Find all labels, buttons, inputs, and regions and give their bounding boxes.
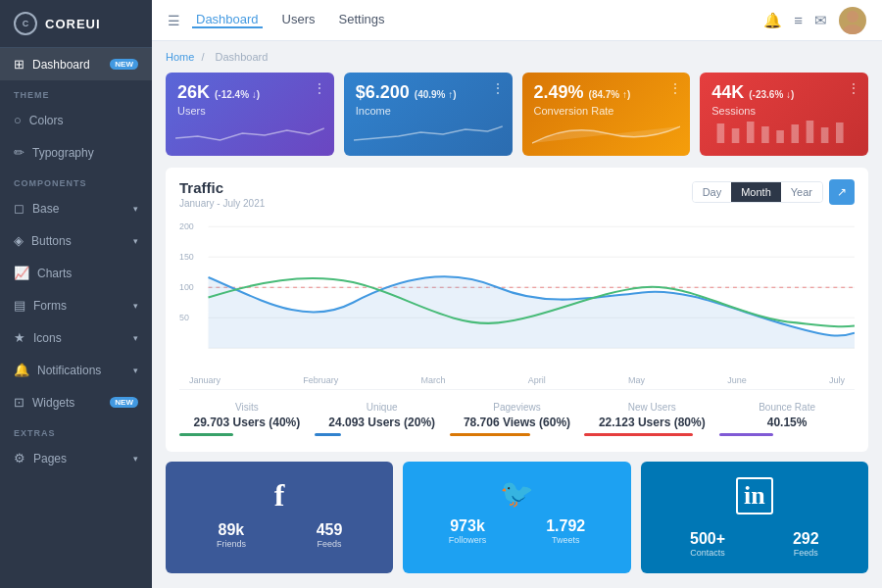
chart-x-labels: January February March April May June Ju… [179,373,855,385]
tw-followers-value: 973k [449,517,487,535]
chevron-down-icon: ▾ [133,236,138,246]
card-menu-icon[interactable]: ⋮ [668,80,682,96]
main-content: ☰ Dashboard Users Settings 🔔 ≡ ✉ Home / … [152,0,882,588]
svg-text:50: 50 [179,313,189,322]
sidebar-item-pages[interactable]: ⚙ Pages ▾ [0,442,152,474]
widgets-icon: ⊡ [14,395,24,410]
sidebar-item-base[interactable]: ◻ Base ▾ [0,192,152,224]
tw-tweets-value: 1.792 [546,517,585,535]
tw-followers-label: Followers [449,535,487,545]
sidebar-logo: C COREUI [0,0,152,48]
sidebar-item-notifications[interactable]: 🔔 Notifications ▾ [0,354,152,386]
x-label-apr: April [528,375,546,385]
dashboard-icon: ⊞ [14,57,24,72]
stats-newusers-label: New Users [584,402,719,413]
svg-rect-7 [792,124,800,143]
stat-card-sessions: ⋮ 44K (-23.6% ↓) Sessions [700,73,868,156]
linkedin-stats: 500+ Contacts 292 Feeds [657,530,853,558]
svg-rect-4 [747,122,755,143]
card-menu-icon[interactable]: ⋮ [847,80,860,96]
sidebar-item-forms[interactable]: ▤ Forms ▾ [0,289,152,321]
svg-text:100: 100 [179,282,194,292]
extras-section-label: EXTRAS [0,418,152,442]
stat-conversion-change: (84.7% ↑) [589,89,631,100]
theme-section-label: THEME [0,80,152,104]
avatar[interactable] [839,7,866,34]
svg-rect-10 [836,122,844,143]
svg-rect-5 [761,126,769,143]
chevron-down-icon: ▾ [133,301,138,311]
stats-row: Visits 29.703 Users (40%) Unique 24.093 … [179,389,855,440]
stats-unique: Unique 24.093 Users (20%) [315,398,450,440]
stats-visits-value: 29.703 Users (40%) [179,416,315,429]
card-menu-icon[interactable]: ⋮ [313,80,326,96]
stat-sessions-label: Sessions [711,105,857,117]
stats-pageviews-bar [450,433,531,436]
logo-text: COREUI [45,17,101,31]
sidebar-item-typography[interactable]: ✏ Typography [0,136,152,169]
chevron-down-icon: ▾ [133,366,138,375]
chevron-down-icon: ▾ [133,204,138,214]
linkedin-icon: in [736,477,773,514]
svg-rect-3 [732,128,740,143]
mini-chart-sessions [710,119,858,148]
sidebar-item-colors[interactable]: ○ Colors [0,104,152,136]
breadcrumb-home[interactable]: Home [166,51,194,63]
facebook-stats: 89k Friends 459 Feeds [181,521,377,549]
time-range-group: Day Month Year [692,181,823,203]
li-feeds-label: Feeds [793,548,819,558]
forms-icon: ▤ [14,298,25,313]
sidebar-item-dashboard[interactable]: ⊞ Dashboard NEW [0,48,152,80]
stat-sessions-value: 44K (-23.6% ↓) [711,82,857,103]
widgets-badge: NEW [110,397,138,408]
sidebar-item-charts[interactable]: 📈 Charts [0,257,152,289]
li-stat-1: 500+ Contacts [690,530,725,558]
traffic-controls: Day Month Year ↗ [692,179,855,205]
year-button[interactable]: Year [781,182,822,202]
li-contacts-value: 500+ [690,530,725,548]
x-label-mar: March [420,375,445,385]
notifications-icon: 🔔 [14,363,29,377]
month-button[interactable]: Month [731,182,781,202]
tw-stat-2: 1.792 Tweets [546,517,585,545]
stat-card-conversion: ⋮ 2.49% (84.7% ↑) Conversion Rate [522,73,691,156]
sidebar-item-widgets[interactable]: ⊡ Widgets NEW [0,386,152,418]
buttons-icon: ◈ [14,233,24,248]
topbar-nav: Dashboard Users Settings [192,12,752,28]
sidebar-item-icons[interactable]: ★ Icons ▾ [0,321,152,354]
stats-newusers: New Users 22.123 Users (80%) [584,398,719,440]
hamburger-icon[interactable]: ☰ [168,13,180,28]
x-label-jul: July [829,375,845,385]
stat-sessions-change: (-23.6% ↓) [749,89,794,100]
fb-friends-label: Friends [217,539,246,549]
list-icon[interactable]: ≡ [794,12,803,28]
stats-pageviews: Pageviews 78.706 Views (60%) [450,398,585,440]
icons-icon: ★ [14,330,25,345]
social-card-twitter: 🐦 973k Followers 1.792 Tweets [403,462,630,573]
svg-point-0 [847,11,858,23]
topbar-nav-users[interactable]: Users [278,12,319,28]
topbar-nav-settings[interactable]: Settings [335,12,389,28]
mail-icon[interactable]: ✉ [814,12,827,29]
stats-bouncerate: Bounce Rate 40.15% [719,398,855,440]
social-card-linkedin: in 500+ Contacts 292 Feeds [641,462,868,573]
facebook-icon: f [181,477,377,514]
x-label-may: May [628,375,645,385]
topbar-nav-dashboard[interactable]: Dashboard [192,12,263,28]
sidebar-item-buttons[interactable]: ◈ Buttons ▾ [0,224,152,257]
traffic-title: Traffic [179,179,265,196]
bell-icon[interactable]: 🔔 [763,12,782,29]
li-contacts-label: Contacts [690,548,725,558]
stats-bouncerate-label: Bounce Rate [719,402,855,413]
typography-icon: ✏ [14,145,24,160]
fb-feeds-value: 459 [317,521,343,539]
chart-action-button[interactable]: ↗ [829,179,855,205]
mini-chart-conversion [532,119,681,148]
day-button[interactable]: Day [693,182,732,202]
mini-chart-users [175,119,324,148]
stats-unique-bar [315,433,342,436]
card-menu-icon[interactable]: ⋮ [491,80,505,96]
fb-stat-2: 459 Feeds [317,521,343,549]
social-cards: f 89k Friends 459 Feeds 🐦 973k [166,462,868,573]
dashboard-badge: NEW [110,59,138,70]
